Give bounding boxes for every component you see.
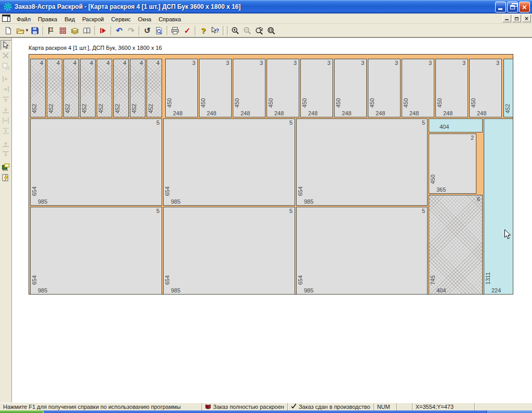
cut-part[interactable]: 5654985 (30, 118, 162, 206)
accept-order-button[interactable]: ✓ (181, 25, 193, 36)
order-accepted-label: Заказ сдан в производство (299, 404, 370, 410)
menu-item[interactable]: Раскрой (78, 15, 108, 24)
cut-part[interactable]: 3450248 (402, 59, 434, 117)
cut-part[interactable]: 3450248 (334, 59, 367, 117)
minimize-button[interactable] (495, 2, 506, 12)
cut-part[interactable]: 4452 (113, 59, 129, 117)
part-number-label: 4 (156, 60, 159, 66)
redo-icon: ↷ (128, 26, 135, 34)
cut-part[interactable]: 2450365 (429, 134, 476, 194)
cut-part[interactable]: 6745404 (429, 195, 483, 295)
cut-part[interactable]: 4452 (47, 59, 62, 117)
cut-part[interactable]: 5654985 (30, 207, 162, 295)
part-number-label: 5 (422, 119, 425, 126)
offcut-piece[interactable]: 1311224 (484, 118, 513, 295)
order-book-button[interactable] (81, 25, 93, 36)
cut-part[interactable]: 5654985 (163, 207, 295, 295)
height-dimension-label: 450 (430, 175, 436, 184)
undo-button[interactable]: ↶ (113, 25, 125, 36)
toolbar-separator (167, 26, 168, 35)
cutting-sheet[interactable]: 4452445244524452445244524452445234502483… (29, 54, 513, 295)
cut-part[interactable]: 5654985 (163, 118, 295, 206)
zoom-in-button[interactable] (230, 25, 242, 36)
context-help-icon: ? (211, 26, 219, 35)
cut-part[interactable]: 4452 (80, 59, 96, 117)
cut-part[interactable]: 4452 (63, 59, 79, 117)
close-button[interactable]: × (519, 2, 530, 12)
open-dropdown-arrow-icon[interactable]: ▼ (25, 28, 29, 33)
offcut-piece[interactable]: 452 (503, 59, 513, 117)
auto-place-button[interactable] (1, 172, 11, 183)
mdi-close-button[interactable]: × (522, 15, 531, 22)
duplicate-part-button (1, 61, 11, 71)
print-preview-button[interactable] (153, 25, 165, 36)
menu-item[interactable]: Справка (155, 15, 184, 24)
recalculate-button[interactable]: ↺ (141, 25, 153, 36)
mdi-restore-button[interactable] (512, 15, 521, 22)
help-button[interactable]: ? (197, 25, 209, 36)
menu-item[interactable]: Правка (34, 15, 61, 24)
cut-part[interactable]: 4452 (147, 59, 162, 117)
part-number-label: 3 (361, 60, 364, 66)
width-dimension-label: 985 (171, 287, 180, 294)
offcut-piece[interactable]: 404 (429, 118, 483, 132)
cut-part[interactable]: 3450248 (469, 59, 502, 117)
height-dimension-label: 450 (268, 98, 274, 108)
width-dimension-label: 404 (440, 124, 449, 130)
cut-part[interactable]: 5654985 (296, 118, 428, 206)
document-window-icon[interactable] (2, 15, 11, 22)
zoom-out-icon (243, 26, 251, 35)
part-number-label: 5 (156, 119, 159, 126)
cut-part[interactable]: 3450248 (233, 59, 265, 117)
system-tray-fragment (486, 410, 532, 413)
order-book-icon (83, 26, 91, 35)
cut-part[interactable]: 5654985 (296, 207, 428, 295)
menu-item[interactable]: Окна (135, 15, 155, 24)
menu-item[interactable]: Файл (13, 15, 34, 24)
run-cutting-button[interactable] (97, 25, 109, 36)
parts-list-button[interactable] (57, 25, 69, 36)
new-document-button[interactable] (2, 25, 14, 36)
mdi-minimize-button[interactable] (502, 15, 511, 22)
width-dimension-label: 248 (477, 110, 486, 116)
restore-button[interactable] (507, 2, 518, 12)
zoom-in-icon (231, 26, 240, 35)
menu-item[interactable]: Сервис (108, 15, 135, 24)
cut-part[interactable]: 4452 (97, 59, 112, 117)
cut-part[interactable]: 3450248 (199, 59, 232, 117)
show-map-one-to-one-button[interactable]: 1+1 (1, 162, 11, 172)
cut-part[interactable]: 4452 (30, 59, 46, 117)
height-dimension-label: 450 (470, 98, 476, 108)
cut-part[interactable]: 3450248 (165, 59, 198, 117)
start-button-fragment[interactable] (0, 410, 44, 413)
print-button[interactable] (169, 25, 181, 36)
map-caption: Карта раскроя 4 [1 шт.], ДСП Бук, 3600 x… (29, 45, 162, 51)
zoom-all-button[interactable] (265, 25, 277, 36)
cut-part[interactable]: 3450248 (435, 59, 468, 117)
cut-part[interactable]: 3450248 (368, 59, 401, 117)
cut-part[interactable]: 3450248 (300, 59, 333, 117)
part-number-label: 3 (429, 60, 432, 66)
zoom-window-button[interactable] (254, 25, 265, 36)
select-tool-button[interactable] (1, 40, 11, 50)
open-order-button[interactable] (14, 25, 26, 36)
width-dimension-label: 248 (376, 110, 385, 116)
drawing-canvas[interactable]: Карта раскроя 4 [1 шт.], ДСП Бук, 3600 x… (12, 38, 532, 403)
cut-part[interactable]: 3450248 (267, 59, 299, 117)
menu-item[interactable]: Вид (61, 15, 78, 24)
window-title: Заказ8-Астра Раскрой - [Карта раскроя 4 … (15, 3, 495, 10)
context-help-button[interactable]: ? (209, 25, 221, 36)
sheet-materials-button[interactable] (45, 25, 57, 36)
toolbar-separator (195, 26, 196, 35)
cutting-maps-button[interactable] (69, 25, 81, 36)
workspace: 1+1 Карта раскроя 4 [1 шт.], ДСП Бук, 36… (0, 37, 532, 403)
height-dimension-label: 450 (200, 98, 206, 108)
save-button[interactable] (29, 25, 41, 36)
cut-part[interactable]: 4452 (130, 59, 145, 117)
height-dimension-label: 450 (234, 98, 240, 108)
height-dimension-label: 452 (64, 104, 71, 113)
part-number-label: 3 (294, 60, 297, 66)
save-icon (31, 26, 39, 35)
height-dimension-label: 452 (48, 104, 54, 113)
svg-text:?: ? (216, 28, 219, 34)
